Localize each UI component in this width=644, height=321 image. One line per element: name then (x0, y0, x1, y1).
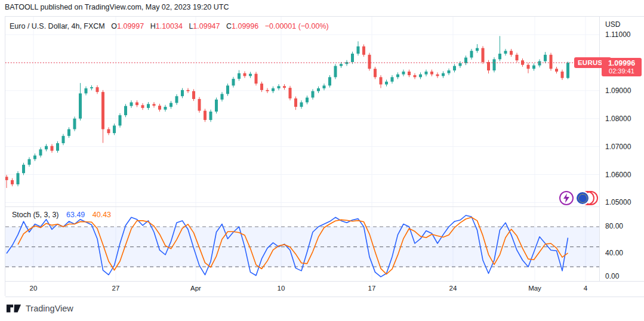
lightning-bolt-glyph (562, 193, 571, 203)
ohlc-close-value: 1.09996 (232, 22, 258, 30)
price-tick-1.06000: 1.06000 (605, 171, 631, 179)
stoch-tick-80.00: 80.00 (605, 222, 623, 230)
lightning-icon[interactable] (559, 191, 574, 205)
axis-currency-label: USD (605, 20, 620, 29)
last-price-value: 1.09996 (602, 59, 642, 67)
tradingview-glyph-icon (6, 304, 21, 313)
attribution-text: BATOOLL published on TradingView.com, Ma… (5, 3, 229, 11)
eu-stars (578, 194, 587, 203)
price-tick-1.11000: 1.11000 (605, 30, 631, 39)
bar-countdown: 02:39:41 (602, 67, 642, 75)
time-label-20: 20 (20, 285, 47, 292)
symbol-title: Euro / U.S. Dollar, 4h, FXCM (10, 22, 105, 30)
last-price-box: 1.09996 02:39:41 (602, 58, 642, 76)
price-tick-1.05000: 1.05000 (605, 198, 631, 206)
chart-frame: Euro / U.S. Dollar, 4h, FXCM O1.09997 H1… (5, 16, 644, 296)
price-axis[interactable]: USD 1.09996 02:39:41 1.110001.100001.090… (599, 17, 644, 281)
time-label-27: 27 (103, 285, 129, 292)
time-label-Apr: Apr (183, 285, 209, 292)
tradingview-logo-text: TradingView (26, 304, 73, 313)
stoch-tick-40.00: 40.00 (605, 249, 623, 257)
ohlc-high-label: H (150, 22, 156, 30)
price-tick-1.08000: 1.08000 (605, 115, 631, 123)
ohlc-close-label: C (226, 22, 232, 30)
price-chart-canvas[interactable] (5, 17, 599, 206)
stoch-tick-0.00: 0.00 (605, 272, 619, 280)
time-axis[interactable]: 2027Apr101724May4 (5, 281, 644, 297)
ohlc-high-value: 1.10034 (156, 22, 183, 30)
price-tick-1.07000: 1.07000 (605, 143, 631, 151)
symbol-legend: Euro / U.S. Dollar, 4h, FXCM O1.09997 H1… (10, 22, 329, 30)
ohlc-low-value: 1.09947 (193, 22, 220, 30)
ohlc-open-label: O (111, 22, 117, 30)
time-label-24: 24 (440, 285, 466, 292)
eu-flag-icon[interactable] (575, 191, 590, 205)
stoch-d-value: 40.43 (93, 211, 111, 219)
time-label-4: 4 (572, 285, 599, 292)
stoch-title: Stoch (5, 3, 3) (12, 211, 59, 219)
time-label-17: 17 (359, 285, 385, 292)
time-label-May: May (522, 285, 548, 292)
ohlc-open-value: 1.09997 (117, 22, 144, 30)
price-tick-1.09000: 1.09000 (605, 87, 631, 95)
price-pane[interactable]: Euro / U.S. Dollar, 4h, FXCM O1.09997 H1… (5, 17, 599, 206)
time-label-10: 10 (268, 285, 294, 292)
stoch-k-value: 63.49 (66, 211, 85, 219)
change-value: −0.00001 (−0.00%) (265, 22, 329, 30)
tradingview-logo[interactable]: TradingView (6, 304, 73, 313)
stoch-legend: Stoch (5, 3, 3) 63.49 40.43 (12, 211, 111, 219)
stochastic-pane[interactable]: Stoch (5, 3, 3) 63.49 40.43 (5, 206, 599, 282)
